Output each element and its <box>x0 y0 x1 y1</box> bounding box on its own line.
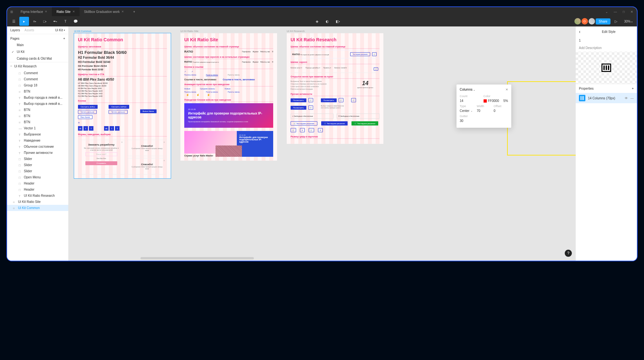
style-preview <box>576 52 637 84</box>
shape-tool-icon[interactable]: □▾ <box>40 17 50 26</box>
type-sample: H7 IBM Plex Sans Semibold 30/30 <box>78 82 167 84</box>
section-label: Шапка: обычное состояние на главной стра… <box>291 45 380 49</box>
artboard-research[interactable]: Ui Kit Research UI Kit Ratio Research Ша… <box>287 30 383 178</box>
tab-figma-interface[interactable]: Figma Interface✕ <box>16 7 52 16</box>
tab-assets[interactable]: Assets <box>24 28 34 32</box>
tab-skillbox[interactable]: Skillbox Graduation work✕ <box>80 7 129 16</box>
frame-ratio-site[interactable]: Ui Kit Ratio Site <box>7 199 68 205</box>
horizontal-scrollbar[interactable] <box>133 257 511 259</box>
back-icon[interactable]: ‹ <box>579 29 581 34</box>
maximize-icon[interactable]: □ <box>623 10 625 14</box>
avatar-user-3[interactable] <box>589 18 595 25</box>
visibility-icon[interactable]: 👁 <box>625 96 628 100</box>
text-icon <box>19 96 22 99</box>
help-button[interactable]: ? <box>565 250 572 257</box>
document-tabs: Figma Interface✕ Ratio Site✕ Skillbox Gr… <box>16 7 139 16</box>
artboard-site[interactable]: Ui Kit Ratio Site UI Kit Ratio Site Шапк… <box>180 30 277 178</box>
layer-item[interactable]: Vector 1 <box>7 125 68 131</box>
comment-tool-icon[interactable]: 💬 <box>71 17 81 26</box>
new-tab-button[interactable]: + <box>129 7 139 16</box>
layer-item[interactable]: Прочие активности <box>7 150 68 156</box>
layer-item[interactable]: Обычное состояние <box>7 144 68 150</box>
layer-item[interactable]: Header <box>7 180 68 186</box>
thanks-sample: ✕Спасибо!Сообщение Облегченный процесс м… <box>127 158 167 175</box>
hamburger-menu-icon[interactable]: ☰ <box>9 17 19 26</box>
close-window-icon[interactable]: ✕ <box>630 10 633 14</box>
frame-ui-kit-common[interactable]: Ui Kit Common <box>7 205 68 211</box>
style-name-input[interactable]: 1 <box>576 37 637 44</box>
share-button[interactable]: Share <box>596 18 611 25</box>
color-input[interactable]: FF0000 5% <box>484 99 508 103</box>
vector-icon <box>19 127 22 130</box>
canvas[interactable]: Ui Kit Common UI Kit Ratio Common Шрифты… <box>68 26 576 261</box>
figma-app: ⊞ Figma Interface✕ Ratio Site✕ Skillbox … <box>6 6 638 261</box>
close-icon[interactable]: ✕ <box>72 10 75 13</box>
layer-item[interactable]: BTN <box>7 88 68 95</box>
page-dropdown[interactable]: Ui Kit ▾ <box>55 28 65 32</box>
layer-item[interactable]: BTN <box>7 107 68 113</box>
layer-item[interactable]: BTN <box>7 113 68 119</box>
close-icon[interactable]: ✕ <box>505 88 508 91</box>
close-icon[interactable]: ✕ <box>45 10 47 13</box>
layer-item[interactable]: BTN <box>7 119 68 125</box>
layer-item[interactable]: Comment <box>7 76 68 82</box>
property-row[interactable]: 14 Columns (70px) 👁 — <box>576 93 637 103</box>
tab-layers[interactable]: Layers <box>10 28 20 32</box>
move-tool-icon[interactable]: ▸ <box>19 17 29 26</box>
offset-input[interactable]: 0 <box>494 109 508 113</box>
layer-item[interactable]: Наведение <box>7 137 68 144</box>
layer-item[interactable]: Выбранное <box>7 131 68 137</box>
popup-title[interactable]: Columns ⌄ <box>460 88 475 91</box>
close-icon[interactable]: ✕ <box>121 10 124 13</box>
app-menu-icon[interactable]: ⊞ <box>7 10 16 14</box>
pen-tool-icon[interactable]: ✒▾ <box>50 17 60 26</box>
description-input[interactable]: Add Description <box>576 44 637 52</box>
layer-item[interactable]: Open Menu <box>7 174 68 180</box>
component-icon[interactable]: ◈ <box>312 17 322 26</box>
add-page-icon[interactable]: + <box>63 37 65 40</box>
present-icon[interactable]: ▷ <box>611 17 621 26</box>
page-ui-kit[interactable]: Ui Kit <box>7 48 68 55</box>
boolean-icon[interactable]: ◧▾ <box>333 17 342 26</box>
text-tool-icon[interactable]: T <box>61 17 70 26</box>
section-label: Кнопки <box>78 100 167 103</box>
field-label: Color <box>484 95 508 98</box>
type-sample: H10 IBM Plex Sans Regular 16/24 <box>78 90 167 92</box>
layers-section-header[interactable]: Ui Kit Research <box>7 62 68 70</box>
type-dropdown[interactable]: Center ⌄ <box>460 109 474 113</box>
mask-icon[interactable]: ◐ <box>322 17 332 26</box>
layer-item[interactable]: Group 18 <box>7 82 68 88</box>
layer-item[interactable]: Slider <box>7 162 68 168</box>
toolbar: ☰ ▸ ⌗▾ □▾ ✒▾ T 💬 ◈ ◐ ◧▾ O Share ▷ 30% ▾ <box>7 16 637 26</box>
artboard-common[interactable]: Ui Kit Common UI Kit Ratio Common Шрифты… <box>74 30 171 178</box>
frame-tool-icon[interactable]: ⌗▾ <box>30 17 39 26</box>
minimize-icon[interactable]: — <box>614 10 617 14</box>
layer-item[interactable]: Выбор города в левой в... <box>7 101 68 107</box>
section-label: Поведение блоков кейсов при наведении <box>184 99 273 102</box>
rect-icon <box>19 164 22 167</box>
layer-item[interactable]: Slider <box>7 168 68 174</box>
gutter-input[interactable]: 30 <box>460 119 508 123</box>
section-label: Формы, наведение, выборка <box>78 133 167 136</box>
layer-item[interactable]: Slider <box>7 156 68 162</box>
side-card: 20.10.29 Интерфейс для проверки подозрит… <box>237 131 274 157</box>
chevron-down-icon[interactable]: ⌄ <box>605 10 608 14</box>
layer-item[interactable]: Comment <box>7 70 68 76</box>
zoom-level[interactable]: 30% ▾ <box>621 20 635 23</box>
add-property-icon[interactable]: + <box>632 87 634 90</box>
section-label: Размер цифр в карточке <box>291 135 380 139</box>
section-label: Шапка: состояние при скролле и на осталь… <box>184 56 273 59</box>
avatar-user-1[interactable] <box>574 18 581 25</box>
layer-item[interactable]: Выбор города в левой в... <box>7 95 68 101</box>
layer-item[interactable]: Header <box>7 186 68 193</box>
avatar-user-2[interactable]: O <box>582 18 588 25</box>
remove-icon[interactable]: — <box>630 96 634 100</box>
width-input[interactable]: 70 <box>477 109 491 113</box>
text-icon <box>19 102 22 105</box>
tab-ratio-site[interactable]: Ratio Site✕ <box>52 7 79 16</box>
pages-header: Pages + <box>7 34 68 42</box>
page-main[interactable]: Main <box>7 42 68 48</box>
count-input[interactable]: 14 <box>460 99 481 103</box>
page-catalog[interactable]: Catalog cards & Old Mat <box>7 55 68 62</box>
layer-item[interactable]: UI Kit Ratio Research <box>7 193 68 199</box>
